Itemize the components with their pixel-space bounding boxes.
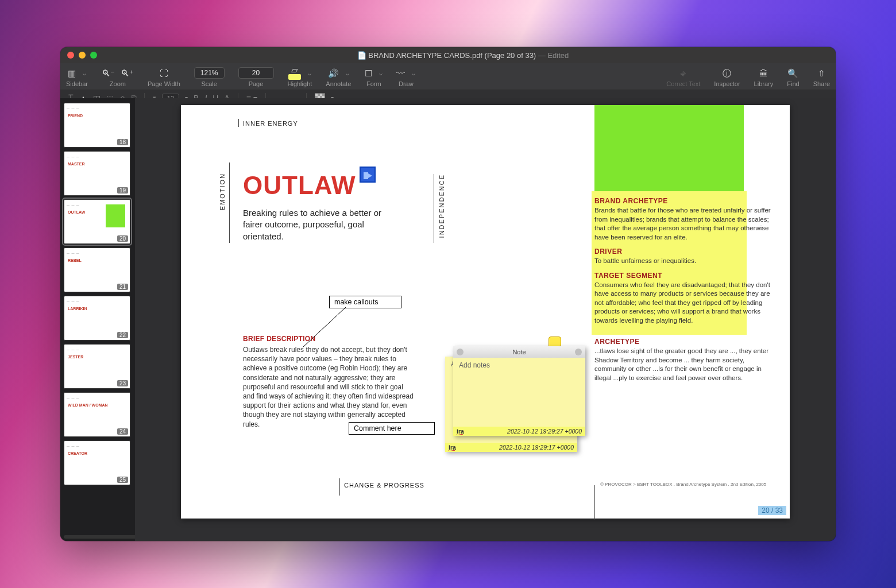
doc-icon: 📄 xyxy=(357,51,369,60)
page-label: Page xyxy=(249,80,264,87)
share-icon[interactable]: ⇧ xyxy=(818,69,825,78)
zoom-group: 🔍︎⁻ 🔍︎⁺ Zoom xyxy=(102,67,134,87)
thumbnail-page-19[interactable]: — — —MASTER19 xyxy=(64,151,130,196)
note-header[interactable]: Note xyxy=(453,346,585,358)
callout-box-2[interactable]: Comment here xyxy=(349,422,435,435)
note-footer-back: ira 2022-10-12 19:29:17 +0000 xyxy=(445,443,577,452)
find-group: 🔍 Find xyxy=(787,67,799,87)
sidebar-toggle-group: ▥⌵ Sidebar xyxy=(66,67,88,87)
highlight-label: Highlight xyxy=(288,80,312,87)
doc-title-text: BRAND ARCHETYPE CARDS.pdf (Page 20 of 33… xyxy=(368,51,536,60)
thumbnail-page-20[interactable]: — — —OUTLAW20 xyxy=(64,199,130,244)
edited-indicator: — Edited xyxy=(538,51,569,60)
inspector-group: ⓘ Inspector xyxy=(714,67,740,87)
main-toolbar: ▥⌵ Sidebar 🔍︎⁻ 🔍︎⁺ Zoom ⛶ Page Width 121… xyxy=(60,63,836,90)
thumbnail-sidebar[interactable]: — — —FRIEND18— — —MASTER19— — —OUTLAW20—… xyxy=(60,98,135,541)
library-icon[interactable]: 🏛 xyxy=(759,69,768,78)
inspector-label: Inspector xyxy=(714,80,740,87)
annotate-group: 🔊⌵ Annotate xyxy=(326,67,351,87)
note-footer-front: ira 2022-10-12 19:29:27 +0000 xyxy=(453,427,585,436)
right-h4: ARCHETYPE xyxy=(594,338,773,346)
share-group: ⇧ Share xyxy=(813,67,830,87)
note-annotation-icon[interactable] xyxy=(549,336,561,347)
correct-text-label: Correct Text xyxy=(666,80,700,87)
chevron-down-icon[interactable]: ⌵ xyxy=(379,70,383,76)
note-author-front: ira xyxy=(457,428,464,435)
sidebar-scrollbar[interactable] xyxy=(64,535,135,539)
correct-text-icon[interactable]: ⎆ xyxy=(681,69,686,78)
right-h2: DRIVER xyxy=(594,247,773,256)
right-h3: TARGET SEGMENT xyxy=(594,272,773,280)
form-icon[interactable]: ☐ xyxy=(365,69,372,78)
content-area: — — —FRIEND18— — —MASTER19— — —OUTLAW20—… xyxy=(60,98,836,541)
find-label: Find xyxy=(787,80,799,87)
highlight-icon[interactable]: ▱ xyxy=(288,65,301,81)
annotate-icon[interactable]: 🔊 xyxy=(328,69,339,78)
inspector-icon[interactable]: ⓘ xyxy=(723,69,731,78)
app-window: 📄 BRAND ARCHETYPE CARDS.pdf (Page 20 of … xyxy=(60,47,836,541)
page-width-label: Page Width xyxy=(148,80,180,87)
note-title: Note xyxy=(512,349,526,355)
sticky-note-front[interactable]: Note Add notes ira 2022-10-12 19:29:27 +… xyxy=(453,346,585,436)
thumbnail-page-25[interactable]: — — —CREATOR25 xyxy=(64,440,130,485)
page-input[interactable]: 20 xyxy=(238,67,274,79)
section-label-left: EMOTION xyxy=(219,173,226,210)
thumbnail-page-24[interactable]: — — —WILD MAN / WOMAN24 xyxy=(64,392,130,437)
note-options-icon[interactable] xyxy=(575,349,582,355)
form-label: Form xyxy=(366,80,381,87)
scale-input[interactable]: 121% xyxy=(194,67,225,79)
library-group: 🏛 Library xyxy=(754,67,774,87)
sidebar-icon[interactable]: ▥ xyxy=(68,69,76,78)
callout-box-1[interactable]: make callouts xyxy=(329,296,401,308)
zoom-label: Zoom xyxy=(110,80,126,87)
note-time-front: 2022-10-12 19:29:27 +0000 xyxy=(507,428,582,435)
highlight-group: ▱⌵ Highlight xyxy=(288,67,312,87)
sidebar-label: Sidebar xyxy=(66,80,88,87)
draw-group: 〰⌵ Draw xyxy=(396,67,415,87)
draw-icon[interactable]: 〰 xyxy=(396,69,405,78)
form-group: ☐⌵ Form xyxy=(365,67,383,87)
chevron-down-icon[interactable]: ⌵ xyxy=(308,70,311,76)
section-label-top: INNER ENERGY xyxy=(243,120,298,127)
section-label-mid: INDEPENDENCE xyxy=(438,174,445,238)
correct-text-group: ⎆ Correct Text xyxy=(666,67,700,87)
zoom-in-icon[interactable]: 🔍︎⁺ xyxy=(121,69,134,78)
share-label: Share xyxy=(813,80,830,87)
draw-label: Draw xyxy=(399,80,414,87)
minimize-window-button[interactable] xyxy=(79,52,86,59)
right-column: BRAND ARCHETYPE Brands that battle for t… xyxy=(594,191,773,382)
pdf-page: INNER ENERGY EMOTION OUTLAW Breaking rul… xyxy=(181,105,790,519)
chevron-down-icon[interactable]: ⌵ xyxy=(412,70,415,76)
card-title-text: OUTLAW xyxy=(243,171,356,199)
page-width-group: ⛶ Page Width xyxy=(148,67,180,87)
page-viewport[interactable]: INNER ENERGY EMOTION OUTLAW Breaking rul… xyxy=(135,98,836,541)
callout-leader-1 xyxy=(303,307,354,353)
scale-label: Scale xyxy=(201,80,217,87)
right-t4: ...tlaws lose sight of the greater good … xyxy=(594,347,773,382)
right-h1: BRAND ARCHETYPE xyxy=(594,197,773,205)
highlight-block-green xyxy=(594,105,744,191)
zoom-window-button[interactable] xyxy=(90,52,97,59)
card-lead: Breaking rules to achieve a better or fa… xyxy=(243,207,398,242)
thumbnail-page-23[interactable]: — — —JESTER23 xyxy=(64,344,130,389)
thumbnail-page-18[interactable]: — — —FRIEND18 xyxy=(64,103,130,148)
brief-text: Outlaws break rules they do not accept, … xyxy=(243,345,415,429)
chevron-down-icon[interactable]: ⌵ xyxy=(83,70,86,76)
titlebar: 📄 BRAND ARCHETYPE CARDS.pdf (Page 20 of … xyxy=(60,47,836,63)
search-icon[interactable]: 🔍 xyxy=(787,69,798,78)
note-close-icon[interactable] xyxy=(457,349,464,355)
traffic-lights xyxy=(67,52,97,59)
sound-annotation-icon[interactable] xyxy=(360,167,376,183)
page-width-icon[interactable]: ⛶ xyxy=(160,69,168,78)
thumbnail-page-21[interactable]: — — —REBEL21 xyxy=(64,247,130,292)
note-body-front[interactable]: Add notes xyxy=(453,358,585,427)
scale-group: 121% Scale xyxy=(194,67,225,87)
annotate-label: Annotate xyxy=(326,80,351,87)
note-time-back: 2022-10-12 19:29:17 +0000 xyxy=(499,444,574,451)
zoom-out-icon[interactable]: 🔍︎⁻ xyxy=(102,69,115,78)
right-t2: To battle unfairness or inequalities. xyxy=(594,257,773,266)
library-label: Library xyxy=(754,80,774,87)
chevron-down-icon[interactable]: ⌵ xyxy=(346,70,349,76)
thumbnail-page-22[interactable]: — — —LARRIKIN22 xyxy=(64,296,130,341)
close-window-button[interactable] xyxy=(67,52,74,59)
